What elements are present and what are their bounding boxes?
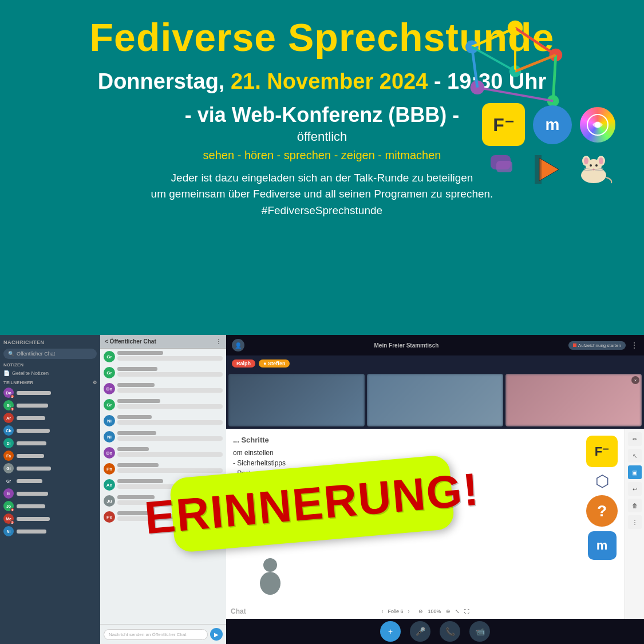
fit-icon[interactable]: ⤡ xyxy=(455,609,460,614)
chat-search-label: Öffentlicher Chat xyxy=(17,351,55,357)
zoom-level: 100% xyxy=(428,609,441,614)
notes-label: Geteilte Notizen xyxy=(12,370,49,376)
app-icons-row-2 xyxy=(491,153,615,185)
delete-tool[interactable]: 🗑 xyxy=(628,499,642,512)
bbb-meeting-title: Mein Freier Stammtisch xyxy=(374,342,439,349)
main-container: F⁻ m xyxy=(0,0,644,644)
msg-content xyxy=(117,447,223,457)
fullscreen-icon[interactable]: ⛶ xyxy=(464,609,469,614)
friendica-icon: F⁻ xyxy=(482,103,525,146)
slide-friendica-icon: F⁻ xyxy=(586,436,618,467)
msg-avatar: Do xyxy=(104,447,115,459)
send-button[interactable]: ▶ xyxy=(210,628,223,641)
chat-label: Chat xyxy=(231,607,246,615)
msg-content xyxy=(117,367,223,377)
zoom-out-icon[interactable]: ⊖ xyxy=(418,609,423,614)
select-tool[interactable]: ↖ xyxy=(628,449,642,463)
bbb-video-thumbs: × xyxy=(226,372,644,429)
msg-avatar: Ju xyxy=(104,495,115,507)
bbb-bottom-bar: + 🎤 📞 📹 xyxy=(226,619,644,644)
more-icon[interactable]: ⋮ xyxy=(216,338,222,345)
user-icon: 👤 xyxy=(232,339,244,351)
phone-button[interactable]: 📞 xyxy=(440,621,460,642)
participant-item: Gi xyxy=(0,462,100,475)
msg-avatar: Gr xyxy=(104,351,115,362)
avatar: Do 2 xyxy=(3,388,14,398)
person-silhouette xyxy=(255,555,286,596)
avatar: Gi xyxy=(3,463,14,473)
participant-item: Me 2 xyxy=(0,512,100,525)
pencil-tool[interactable]: ✏ xyxy=(628,432,642,446)
video-thumb-3: × xyxy=(505,374,642,426)
msg-name-blur xyxy=(117,431,156,435)
slide-label: Folie 6 xyxy=(388,609,403,614)
msg-name-blur xyxy=(117,479,163,483)
shared-notes-item[interactable]: 📄 Geteilte Notizen xyxy=(0,369,100,378)
zoom-in-icon[interactable]: ⊕ xyxy=(446,609,451,614)
video-blur-2 xyxy=(367,374,503,426)
messages-header: NACHRICHTEN xyxy=(0,335,100,347)
participant-item: Jo 1 xyxy=(0,500,100,512)
msg-name-blur xyxy=(117,399,160,403)
mic-button[interactable]: 🎤 xyxy=(410,621,430,642)
svg-line-13 xyxy=(472,47,515,72)
fediverse-network-graph xyxy=(461,17,570,114)
svg-point-25 xyxy=(590,164,592,167)
participant-name-blur xyxy=(17,492,48,496)
more-options-icon[interactable]: ⋮ xyxy=(630,341,638,350)
svg-marker-16 xyxy=(539,158,559,181)
msg-avatar: Gr xyxy=(104,367,115,378)
pixelfed-icon xyxy=(580,107,615,143)
svg-line-8 xyxy=(553,55,556,101)
chat-message: Do xyxy=(100,445,226,461)
participant-name-blur xyxy=(17,441,46,445)
participant-tag-steffen: ● Steffen xyxy=(259,359,290,368)
avatar: Ch xyxy=(3,425,14,436)
close-icon[interactable]: × xyxy=(631,376,639,384)
msg-avatar: Pe xyxy=(104,511,115,523)
chat-input-field[interactable]: Nachricht senden an Öffentlicher Chat xyxy=(104,629,208,640)
video-thumb-1 xyxy=(228,374,365,426)
msg-name-blur xyxy=(117,463,159,467)
svg-point-24 xyxy=(599,157,603,164)
bbb-top-right: Aufzeichnung starten ⋮ xyxy=(568,341,638,350)
participant-item: Fa xyxy=(0,449,100,462)
avatar: St 1 xyxy=(3,400,14,410)
svg-point-27 xyxy=(592,169,595,171)
top-right-icons: F⁻ m xyxy=(467,11,627,160)
participant-name-blur xyxy=(17,429,50,433)
next-slide-btn[interactable]: › xyxy=(408,609,409,614)
slide-navigation: ‹ Folie 6 › ⊖ 100% ⊕ ⤡ ⛶ xyxy=(381,609,469,614)
rectangle-tool[interactable]: ▣ xyxy=(628,465,642,479)
msg-text-blur xyxy=(117,404,223,409)
msg-text-blur xyxy=(117,452,223,457)
avatar: Ar xyxy=(3,413,14,423)
msg-text-blur xyxy=(117,420,223,425)
add-button[interactable]: + xyxy=(380,621,401,642)
avatar: Gr xyxy=(3,476,14,486)
participant-name-blur xyxy=(17,517,50,521)
svg-point-15 xyxy=(595,122,600,128)
notes-section-label: NOTIZEN xyxy=(0,360,100,369)
msg-content xyxy=(117,415,223,425)
msg-text-blur xyxy=(117,436,223,441)
slide-item: om einstellen xyxy=(233,448,580,458)
participant-name-blur xyxy=(17,479,42,483)
msg-avatar: Do xyxy=(104,383,115,394)
msg-avatar: Ni xyxy=(104,431,115,442)
undo-tool[interactable]: ↩ xyxy=(628,482,642,496)
record-button[interactable]: Aufzeichnung starten xyxy=(568,341,626,350)
camera-button[interactable]: 📹 xyxy=(469,621,490,642)
gear-icon[interactable]: ⚙ xyxy=(93,380,97,385)
chat-input-area: Nachricht senden an Öffentlicher Chat ▶ xyxy=(100,624,226,644)
avatar: Fa xyxy=(3,451,14,461)
participant-name-blur xyxy=(17,504,45,508)
msg-avatar: Ph xyxy=(104,463,115,475)
participant-item: Ch xyxy=(0,424,100,437)
prev-slide-btn[interactable]: ‹ xyxy=(381,609,383,614)
more-tool[interactable]: ⋮ xyxy=(628,515,642,529)
chat-search[interactable]: 🔍 Öffentlicher Chat xyxy=(3,349,97,359)
record-dot xyxy=(573,343,576,347)
participant-name-blur xyxy=(17,467,51,471)
svg-point-32 xyxy=(263,558,277,572)
